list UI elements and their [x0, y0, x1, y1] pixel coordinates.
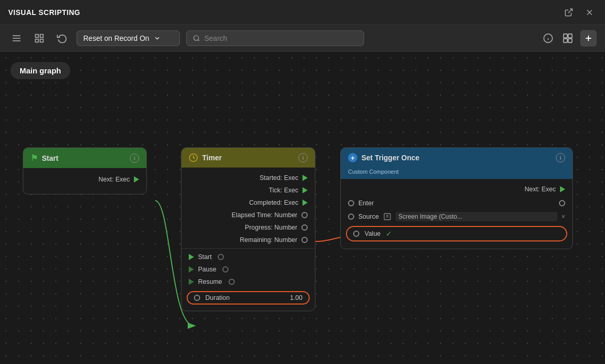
duration-label: Duration: [205, 294, 230, 301]
timer-start-label: Start: [198, 253, 211, 261]
timer-tick-label: Tick: Exec: [269, 187, 298, 194]
duration-port[interactable]: [194, 295, 200, 301]
toolbar-right: [541, 30, 597, 47]
start-next-exec-port[interactable]: [134, 176, 139, 183]
svg-rect-8: [36, 39, 39, 42]
close-button[interactable]: [582, 5, 597, 20]
svg-line-11: [198, 39, 200, 41]
timer-resume-row: Resume: [182, 276, 315, 288]
timer-pause-port[interactable]: [189, 266, 194, 272]
timer-elapsed-port[interactable]: [301, 212, 308, 218]
app-title: VISUAL SCRIPTING: [8, 8, 80, 17]
trigger-next-exec-label: Next: Exec: [525, 186, 556, 193]
svg-rect-16: [568, 34, 572, 37]
search-icon: [193, 35, 200, 42]
timer-remaining-label: Remaining: Number: [240, 236, 297, 244]
group-button[interactable]: [561, 31, 575, 46]
toolbar: Reset on Record On Search: [0, 25, 605, 52]
search-placeholder: Search: [204, 34, 227, 42]
breadcrumb: Main graph: [10, 62, 70, 79]
add-button[interactable]: [580, 30, 597, 47]
canvas[interactable]: Main graph ⚑ Start i Next: Exec: [0, 52, 605, 364]
svg-rect-7: [40, 34, 43, 37]
svg-rect-17: [564, 38, 567, 42]
trigger-enter-value-port[interactable]: [559, 200, 565, 206]
trigger-source-label: Source: [358, 213, 379, 220]
timer-pause-value-port[interactable]: [222, 266, 229, 272]
set-trigger-once-node[interactable]: + Set Trigger Once i Custom Component Ne…: [340, 147, 573, 249]
timer-progress-port[interactable]: [301, 224, 308, 231]
external-link-button[interactable]: [562, 5, 576, 20]
svg-rect-15: [564, 34, 567, 37]
trigger-header-left: + Set Trigger Once: [348, 153, 419, 162]
timer-start-value-port[interactable]: [218, 254, 224, 260]
timer-start-input-port[interactable]: [189, 254, 194, 260]
source-value: Screen Image (Custo...: [396, 212, 557, 221]
timer-completed-exec-row: Completed: Exec: [182, 196, 315, 209]
timer-resume-value-port[interactable]: [229, 279, 235, 285]
start-node-body: Next: Exec: [23, 168, 146, 194]
refresh-button[interactable]: [54, 30, 70, 47]
layout-button[interactable]: [31, 30, 48, 47]
source-file-icon: [383, 213, 391, 221]
start-next-exec-row: Next: Exec: [23, 173, 146, 186]
chevron-down-icon: [154, 35, 161, 42]
svg-rect-9: [40, 39, 43, 42]
trigger-next-exec-port[interactable]: [560, 186, 565, 192]
timer-started-port[interactable]: [303, 175, 308, 181]
timer-tick-exec-row: Tick: Exec: [182, 184, 315, 196]
start-node-header: ⚑ Start i: [23, 148, 146, 168]
trigger-node-subtitle: Custom Component: [341, 168, 572, 179]
svg-point-10: [194, 35, 199, 40]
timer-resume-label: Resume: [198, 278, 222, 285]
timer-elapsed-row: Elapsed Time: Number: [182, 209, 315, 221]
title-bar-left: VISUAL SCRIPTING: [8, 8, 80, 17]
timer-tick-port[interactable]: [303, 187, 308, 193]
search-input[interactable]: Search: [186, 31, 364, 46]
info-button[interactable]: [541, 31, 555, 46]
trigger-value-label: Value: [365, 230, 381, 237]
start-info-icon[interactable]: i: [130, 154, 139, 163]
trigger-source-port[interactable]: [348, 214, 354, 220]
timer-resume-port[interactable]: [189, 279, 194, 285]
svg-rect-18: [568, 38, 572, 42]
duration-value: 1.00: [290, 294, 303, 301]
trigger-node-title: Set Trigger Once: [361, 154, 419, 162]
graph-dropdown[interactable]: Reset on Record On: [77, 31, 180, 46]
trigger-value-port[interactable]: [353, 231, 359, 237]
trigger-enter-port[interactable]: [348, 200, 354, 206]
trigger-node-header: + Set Trigger Once i: [341, 148, 572, 168]
title-bar: VISUAL SCRIPTING: [0, 0, 605, 25]
trigger-info-icon[interactable]: i: [556, 153, 565, 162]
timer-started-exec-row: Started: Exec: [182, 172, 315, 184]
title-bar-right: [562, 5, 597, 20]
timer-pause-label: Pause: [198, 266, 216, 273]
plus-circle-icon: +: [348, 153, 357, 162]
start-node-title: Start: [42, 154, 58, 162]
timer-completed-port[interactable]: [303, 200, 308, 206]
duration-row[interactable]: Duration 1.00: [187, 291, 310, 305]
trigger-source-row: Source Screen Image (Custo... ×: [341, 209, 572, 224]
trigger-value-row[interactable]: Value ✓: [346, 226, 567, 241]
timer-pause-row: Pause: [182, 263, 315, 276]
trigger-next-exec-row: Next: Exec: [341, 183, 572, 197]
value-check-icon: ✓: [386, 230, 392, 238]
trigger-enter-label: Enter: [358, 200, 374, 207]
timer-remaining-row: Remaining: Number: [182, 234, 315, 246]
start-next-exec-label: Next: Exec: [99, 176, 130, 183]
timer-node[interactable]: Timer i Started: Exec Tick: Exec Complet…: [181, 147, 315, 311]
start-header-left: ⚑ Start: [31, 153, 58, 163]
trigger-node-body: Next: Exec Enter Source Screen Image (Cu…: [341, 179, 572, 249]
timer-node-body: Started: Exec Tick: Exec Completed: Exec…: [182, 168, 315, 311]
menu-button[interactable]: [8, 30, 25, 47]
timer-remaining-port[interactable]: [301, 237, 308, 243]
svg-rect-6: [36, 34, 39, 37]
timer-start-input-row: Start: [182, 251, 315, 263]
start-node[interactable]: ⚑ Start i Next: Exec: [23, 147, 147, 194]
timer-completed-label: Completed: Exec: [249, 199, 298, 206]
dropdown-label: Reset on Record On: [83, 34, 149, 42]
timer-info-icon[interactable]: i: [298, 153, 308, 162]
clock-icon: [189, 153, 198, 162]
timer-header-left: Timer: [189, 153, 222, 162]
source-remove-button[interactable]: ×: [562, 213, 565, 220]
